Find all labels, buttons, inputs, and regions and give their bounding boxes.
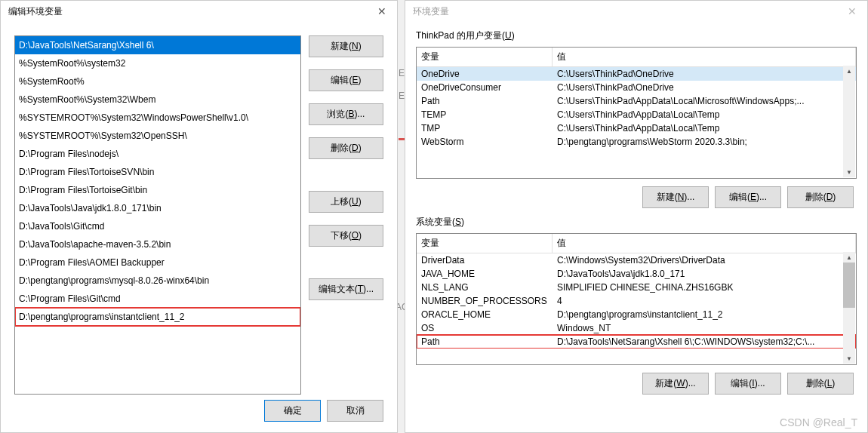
user-vars-section: ThinkPad 的用户变量(U) 变量 值 OneDriveC:\Users\… bbox=[416, 29, 857, 208]
list-item[interactable]: D:\Program Files\nodejs\ bbox=[15, 145, 300, 163]
button-column: 新建(N) 编辑(E) 浏览(B)... 删除(D) 上移(U) 下移(O) 编… bbox=[309, 35, 383, 395]
table-row[interactable]: TMPC:\Users\ThinkPad\AppData\Local\Temp bbox=[417, 121, 856, 135]
scrollbar-thumb[interactable] bbox=[843, 263, 855, 308]
header-val[interactable]: 值 bbox=[553, 234, 856, 253]
edit-button[interactable]: 编辑(E)... bbox=[715, 186, 781, 208]
cell-val: C:\Users\ThinkPad\OneDrive bbox=[553, 81, 856, 94]
header-var[interactable]: 变量 bbox=[417, 234, 553, 253]
cell-var: OneDriveConsumer bbox=[417, 81, 553, 94]
env-vars-dialog: 环境变量 ✕ ThinkPad 的用户变量(U) 变量 值 OneDriveC:… bbox=[405, 0, 868, 433]
user-vars-table[interactable]: 变量 值 OneDriveC:\Users\ThinkPad\OneDriveO… bbox=[416, 47, 857, 179]
cell-val: D:\JavaTools\Java\jdk1.8.0_171 bbox=[553, 267, 856, 281]
user-vars-label: ThinkPad 的用户变量(U) bbox=[416, 29, 857, 42]
delete-button[interactable]: 删除(L) bbox=[787, 373, 854, 395]
dialog-title: 编辑环境变量 bbox=[8, 5, 63, 18]
table-row[interactable]: NUMBER_OF_PROCESSORS4 bbox=[417, 294, 856, 308]
list-item[interactable]: D:\Program Files\TortoiseSVN\bin bbox=[15, 163, 300, 181]
cell-var: Path bbox=[417, 335, 553, 349]
list-item[interactable]: D:\JavaTools\Git\cmd bbox=[15, 217, 300, 235]
close-icon[interactable]: ✕ bbox=[845, 5, 860, 17]
cell-val: SIMPLIFIED CHINESE_CHINA.ZHS16GBK bbox=[553, 281, 856, 294]
table-row[interactable]: NLS_LANGSIMPLIFIED CHINESE_CHINA.ZHS16GB… bbox=[417, 281, 856, 294]
move-up-button[interactable]: 上移(U) bbox=[309, 191, 383, 213]
title-bar: 编辑环境变量 ✕ bbox=[1, 1, 397, 22]
list-item[interactable]: D:\pengtang\programs\mysql-8.0.26-winx64… bbox=[15, 272, 300, 290]
scroll-down-icon[interactable]: ▼ bbox=[843, 353, 855, 364]
table-row[interactable]: WebStormD:\pengtang\programs\WebStorm 20… bbox=[417, 135, 856, 149]
list-item[interactable]: D:\pengtang\programs\instantclient_11_2 bbox=[15, 308, 300, 326]
new-button[interactable]: 新建(N) bbox=[309, 35, 383, 57]
system-vars-label: 系统变量(S) bbox=[416, 216, 857, 229]
cancel-button[interactable]: 取消 bbox=[327, 400, 383, 422]
edit-text-button[interactable]: 编辑文本(T)... bbox=[309, 278, 383, 300]
cell-val: 4 bbox=[553, 294, 856, 308]
list-item[interactable]: C:\Program Files\Git\cmd bbox=[15, 290, 300, 308]
edit-env-var-dialog: 编辑环境变量 ✕ D:\JavaTools\NetSarang\Xshell 6… bbox=[0, 0, 398, 433]
cell-val: C:\Windows\System32\Drivers\DriverData bbox=[553, 253, 856, 267]
scrollbar[interactable]: ▲ ▼ bbox=[843, 252, 855, 364]
scroll-up-icon[interactable]: ▲ bbox=[843, 66, 855, 76]
cell-var: OS bbox=[417, 321, 553, 335]
cell-val: C:\Users\ThinkPad\AppData\Local\Temp bbox=[553, 121, 856, 135]
cell-var: NLS_LANG bbox=[417, 281, 553, 294]
table-row[interactable]: PathD:\JavaTools\NetSarang\Xshell 6\;C:\… bbox=[417, 335, 856, 349]
bg-text: E bbox=[399, 68, 405, 78]
edit-button[interactable]: 编辑(E) bbox=[309, 69, 383, 91]
cell-val: Windows_NT bbox=[553, 321, 856, 335]
list-item[interactable]: %SystemRoot% bbox=[15, 72, 300, 91]
move-down-button[interactable]: 下移(O) bbox=[309, 225, 383, 247]
delete-button[interactable]: 删除(D) bbox=[309, 137, 383, 159]
list-item[interactable]: %SYSTEMROOT%\System32\OpenSSH\ bbox=[15, 127, 300, 145]
table-row[interactable]: TEMPC:\Users\ThinkPad\AppData\Local\Temp bbox=[417, 108, 856, 121]
new-button[interactable]: 新建(N)... bbox=[642, 186, 709, 208]
cell-var: OneDrive bbox=[417, 67, 553, 81]
list-item[interactable]: D:\Program Files\TortoiseGit\bin bbox=[15, 181, 300, 199]
table-row[interactable]: OneDriveC:\Users\ThinkPad\OneDrive bbox=[417, 67, 856, 81]
cell-val: D:\pengtang\programs\WebStorm 2020.3.3\b… bbox=[553, 135, 856, 149]
table-row[interactable]: OneDriveConsumerC:\Users\ThinkPad\OneDri… bbox=[417, 81, 856, 94]
header-val[interactable]: 值 bbox=[553, 48, 856, 66]
edit-button[interactable]: 编辑(I)... bbox=[715, 373, 781, 395]
table-header: 变量 值 bbox=[417, 48, 856, 67]
list-item[interactable]: %SYSTEMROOT%\System32\WindowsPowerShell\… bbox=[15, 109, 300, 127]
cell-val: C:\Users\ThinkPad\AppData\Local\Temp bbox=[553, 108, 856, 121]
table-row[interactable]: JAVA_HOMED:\JavaTools\Java\jdk1.8.0_171 bbox=[417, 267, 856, 281]
list-item[interactable]: D:\Program Files\AOMEI Backupper bbox=[15, 253, 300, 272]
header-var[interactable]: 变量 bbox=[417, 48, 553, 66]
cell-var: TMP bbox=[417, 121, 553, 135]
list-item[interactable]: %SystemRoot%\System32\Wbem bbox=[15, 91, 300, 109]
table-header: 变量 值 bbox=[417, 234, 856, 253]
delete-button[interactable]: 删除(D) bbox=[787, 186, 854, 208]
cell-var: DriverData bbox=[417, 253, 553, 267]
bottom-buttons: 确定 取消 bbox=[264, 400, 383, 422]
cell-var: NUMBER_OF_PROCESSORS bbox=[417, 294, 553, 308]
new-button[interactable]: 新建(W)... bbox=[642, 373, 709, 395]
system-vars-section: 系统变量(S) 变量 值 DriverDataC:\Windows\System… bbox=[416, 216, 857, 395]
cell-var: Path bbox=[417, 94, 553, 108]
scroll-up-icon[interactable]: ▲ bbox=[843, 252, 855, 263]
cell-var: ORACLE_HOME bbox=[417, 308, 553, 321]
cell-var: TEMP bbox=[417, 108, 553, 121]
cell-val: D:\pengtang\programs\instantclient_11_2 bbox=[553, 308, 856, 321]
close-icon[interactable]: ✕ bbox=[374, 5, 389, 17]
user-vars-buttons: 新建(N)... 编辑(E)... 删除(D) bbox=[416, 186, 854, 208]
path-list[interactable]: D:\JavaTools\NetSarang\Xshell 6\%SystemR… bbox=[14, 35, 301, 395]
cell-var: WebStorm bbox=[417, 135, 553, 149]
cell-val: D:\JavaTools\NetSarang\Xshell 6\;C:\WIND… bbox=[553, 335, 856, 349]
scrollbar[interactable]: ▲ ▼ bbox=[843, 66, 855, 177]
list-item[interactable]: D:\JavaTools\Java\jdk1.8.0_171\bin bbox=[15, 199, 300, 217]
table-row[interactable]: OSWindows_NT bbox=[417, 321, 856, 335]
table-row[interactable]: PathC:\Users\ThinkPad\AppData\Local\Micr… bbox=[417, 94, 856, 108]
table-row[interactable]: ORACLE_HOMED:\pengtang\programs\instantc… bbox=[417, 308, 856, 321]
browse-button[interactable]: 浏览(B)... bbox=[309, 103, 383, 125]
cell-val: C:\Users\ThinkPad\AppData\Local\Microsof… bbox=[553, 94, 856, 108]
system-vars-buttons: 新建(W)... 编辑(I)... 删除(L) bbox=[416, 373, 854, 395]
scroll-down-icon[interactable]: ▼ bbox=[843, 167, 855, 177]
system-vars-table[interactable]: 变量 值 DriverDataC:\Windows\System32\Drive… bbox=[416, 233, 857, 365]
ok-button[interactable]: 确定 bbox=[264, 400, 321, 422]
list-item[interactable]: D:\JavaTools\NetSarang\Xshell 6\ bbox=[15, 36, 300, 54]
list-item[interactable]: D:\JavaTools\apache-maven-3.5.2\bin bbox=[15, 235, 300, 253]
list-item[interactable]: %SystemRoot%\system32 bbox=[15, 54, 300, 72]
table-row[interactable]: DriverDataC:\Windows\System32\Drivers\Dr… bbox=[417, 253, 856, 267]
title-bar: 环境变量 ✕ bbox=[405, 1, 867, 22]
